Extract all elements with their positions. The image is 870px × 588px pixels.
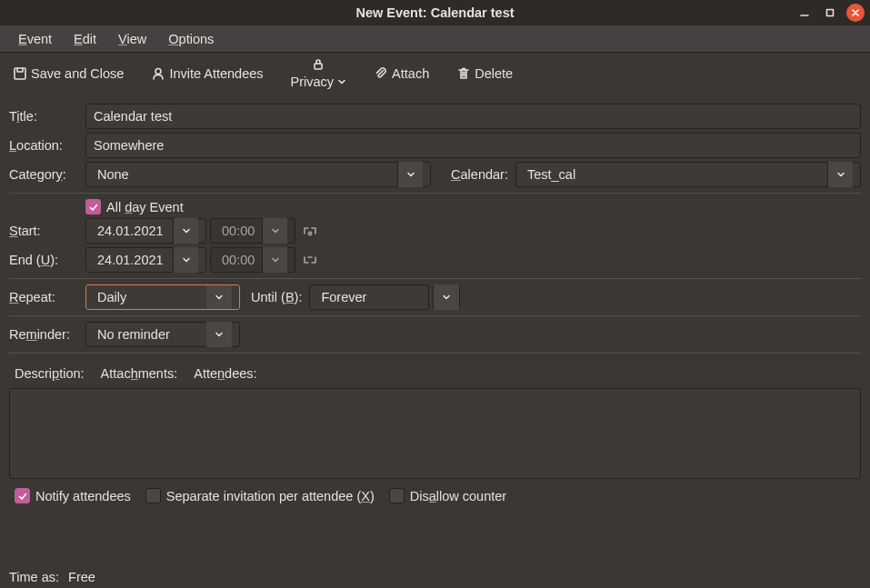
menu-options-rest: ptions: [179, 32, 215, 46]
separator: [9, 315, 861, 316]
end-time-value: 00:00: [218, 253, 262, 267]
svg-rect-3: [315, 64, 322, 69]
location-label: Location:: [9, 138, 85, 153]
tab-attachments[interactable]: Attachments:: [95, 363, 184, 384]
window-title: New Event: Calendar test: [355, 5, 514, 20]
person-icon: [151, 66, 165, 81]
start-label: Start:: [9, 224, 85, 238]
all-day-checkbox[interactable]: All day Event: [85, 199, 184, 214]
svg-rect-0: [827, 10, 834, 16]
end-time-input[interactable]: 00:00: [210, 247, 295, 273]
repeat-label: Repeat:: [9, 290, 85, 304]
repeat-select[interactable]: Daily: [85, 284, 240, 310]
category-label: Category:: [9, 167, 85, 182]
chevron-down-icon: [173, 247, 198, 273]
link-end-icon: [303, 254, 317, 265]
status-time-as-label: Time as:: [9, 570, 59, 584]
menu-edit-rest: dit: [83, 32, 96, 46]
repeat-value: Daily: [94, 290, 206, 304]
invite-attendees-label: Invite Attendees: [169, 66, 263, 81]
notify-attendees-label: Notify attendees: [35, 489, 131, 503]
close-button[interactable]: [846, 4, 865, 22]
menu-event-rest: vent: [27, 32, 52, 46]
calendar-label: Calendar:: [451, 167, 508, 182]
menu-event[interactable]: Event: [7, 28, 63, 50]
start-time-input[interactable]: 00:00: [210, 218, 295, 244]
until-label: Until (B):: [251, 290, 302, 304]
end-date-value: 24.01.2021: [94, 253, 173, 267]
trash-icon: [456, 66, 471, 81]
menu-options[interactable]: Options: [157, 28, 225, 50]
disallow-counter-checkbox[interactable]: Disallow counter: [389, 488, 506, 503]
save-icon: [13, 66, 27, 81]
title-value: Calendar test: [94, 109, 172, 124]
checkbox-box: [85, 199, 101, 214]
statusbar: Time as: Free: [0, 566, 870, 588]
delete-label: Delete: [475, 66, 513, 81]
tab-attendees[interactable]: Attendees:: [188, 363, 262, 384]
chevron-down-icon: [827, 162, 853, 187]
start-date-value: 24.01.2021: [94, 224, 173, 238]
tab-description[interactable]: Description:: [9, 363, 90, 384]
separate-invitation-checkbox[interactable]: Separate invitation per attendee (X): [145, 488, 375, 503]
end-date-input[interactable]: 24.01.2021: [85, 247, 206, 273]
separator: [9, 353, 861, 354]
paperclip-icon: [374, 66, 388, 81]
link-start-icon: [303, 225, 317, 236]
start-time-value: 00:00: [218, 224, 262, 238]
svg-point-2: [155, 69, 161, 75]
minimize-button[interactable]: [795, 4, 814, 22]
until-select[interactable]: Forever: [309, 284, 429, 310]
maximize-button[interactable]: [821, 4, 839, 22]
reminder-label: Reminder:: [9, 327, 85, 342]
checkbox-box: [15, 488, 30, 503]
description-tabs: Description: Attachments: Attendees:: [9, 363, 861, 384]
separate-invitation-label: Separate invitation per attendee (X): [166, 489, 375, 503]
menu-edit[interactable]: Edit: [63, 28, 107, 50]
location-input[interactable]: Somewhere: [85, 133, 861, 158]
checkbox-box: [389, 488, 405, 503]
menu-view[interactable]: View: [107, 28, 157, 50]
calendar-value: Test_cal: [524, 167, 827, 182]
privacy-button[interactable]: Privacy: [284, 55, 355, 92]
chevron-down-icon: [206, 322, 232, 347]
reminder-value: No reminder: [94, 327, 206, 342]
notify-attendees-checkbox[interactable]: Notify attendees: [15, 488, 131, 503]
privacy-label: Privacy: [291, 75, 335, 90]
title-label: Title:: [9, 109, 85, 124]
attendee-options: Notify attendees Separate invitation per…: [9, 479, 861, 511]
calendar-select[interactable]: Test_cal: [515, 162, 861, 187]
chevron-down-icon: [173, 218, 198, 244]
chevron-down-icon: [434, 284, 459, 310]
description-textarea[interactable]: [9, 388, 861, 479]
titlebar: New Event: Calendar test: [0, 0, 870, 25]
invite-attendees-button[interactable]: Invite Attendees: [144, 63, 270, 85]
lock-icon: [311, 57, 325, 72]
start-date-input[interactable]: 24.01.2021: [85, 218, 206, 244]
disallow-counter-label: Disallow counter: [410, 489, 506, 503]
chevron-down-icon: [337, 75, 346, 90]
chevron-down-icon: [262, 218, 287, 244]
chevron-down-icon: [397, 162, 423, 187]
location-value: Somewhere: [94, 138, 164, 153]
reminder-select[interactable]: No reminder: [85, 322, 240, 347]
title-input[interactable]: Calendar test: [85, 104, 861, 129]
chevron-down-icon: [206, 284, 232, 310]
attach-label: Attach: [392, 66, 429, 81]
end-label: End (U):: [9, 253, 85, 267]
category-value: None: [94, 167, 397, 182]
menu-view-rest: iew: [127, 32, 147, 46]
all-day-label: All day Event: [106, 200, 184, 214]
svg-point-4: [308, 232, 311, 234]
chevron-down-icon: [262, 247, 287, 273]
until-extra-button[interactable]: [433, 284, 460, 310]
svg-rect-1: [15, 68, 25, 79]
checkbox-box: [145, 488, 161, 503]
category-select[interactable]: None: [85, 162, 431, 187]
delete-button[interactable]: Delete: [449, 63, 520, 85]
attach-button[interactable]: Attach: [366, 63, 436, 85]
until-value: Forever: [317, 290, 421, 304]
window-controls: [795, 4, 865, 22]
save-and-close-button[interactable]: Save and Close: [5, 63, 131, 85]
separator: [9, 193, 861, 194]
